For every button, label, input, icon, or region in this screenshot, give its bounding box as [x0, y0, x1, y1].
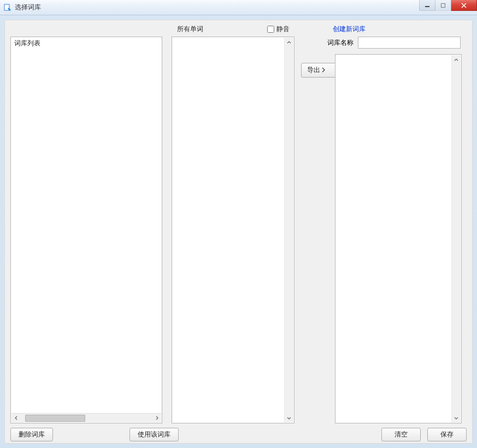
wordbank-name-label: 词库名称	[327, 38, 354, 48]
mute-checkbox[interactable]	[267, 26, 274, 33]
all-words-vscrollbar[interactable]	[284, 38, 293, 422]
all-words-label: 所有单词	[177, 25, 203, 34]
scroll-down-icon[interactable]	[452, 413, 461, 422]
mute-checkbox-wrap[interactable]: 静音	[267, 25, 290, 34]
new-wordbank-listbox[interactable]	[335, 54, 462, 423]
all-words-column	[172, 37, 295, 423]
all-words-listbox[interactable]	[172, 37, 295, 423]
right-buttons-row: 清空 保存	[381, 428, 467, 441]
export-button-label: 导出	[307, 66, 320, 75]
scroll-down-icon[interactable]	[285, 413, 294, 422]
hscroll-track[interactable]	[21, 414, 152, 423]
maximize-button[interactable]	[435, 0, 451, 11]
labels-row: 所有单词 静音 创建新词库	[10, 25, 467, 34]
window-controls	[420, 0, 477, 11]
svg-rect-1	[425, 6, 429, 7]
wordbank-list-column: 词库列表	[10, 37, 162, 423]
wordbank-name-input[interactable]	[358, 37, 461, 49]
window-title: 选择词库	[15, 3, 41, 12]
scroll-up-icon[interactable]	[285, 38, 294, 47]
main-panel: 所有单词 静音 创建新词库 词库列表	[4, 20, 473, 444]
horizontal-scrollbar[interactable]	[11, 413, 161, 422]
save-button[interactable]: 保存	[427, 428, 467, 441]
wordbank-list-header: 词库列表	[11, 37, 162, 50]
app-icon	[3, 3, 12, 12]
client-area: 所有单词 静音 创建新词库 词库列表	[0, 15, 477, 448]
wordbank-name-row: 词库名称	[327, 37, 461, 49]
svg-rect-2	[441, 3, 445, 7]
new-wordbank-column	[335, 54, 462, 423]
scroll-up-icon[interactable]	[452, 55, 461, 64]
scroll-right-icon[interactable]	[152, 414, 161, 423]
close-button[interactable]	[451, 0, 477, 11]
delete-wordbank-button[interactable]: 删除词库	[10, 428, 53, 441]
clear-button[interactable]: 清空	[381, 428, 421, 441]
titlebar[interactable]: 选择词库	[0, 0, 477, 15]
wordbank-listbox[interactable]: 词库列表	[10, 37, 162, 423]
create-new-wordbank-link[interactable]: 创建新词库	[333, 25, 366, 34]
hscroll-thumb[interactable]	[25, 415, 85, 422]
chevron-right-icon	[321, 67, 326, 74]
mute-label: 静音	[276, 25, 290, 34]
scroll-left-icon[interactable]	[11, 414, 21, 423]
minimize-button[interactable]	[419, 0, 435, 11]
use-wordbank-button[interactable]: 使用该词库	[129, 428, 179, 441]
left-buttons-row: 删除词库 使用该词库	[10, 428, 179, 441]
new-wordbank-vscrollbar[interactable]	[451, 55, 461, 422]
